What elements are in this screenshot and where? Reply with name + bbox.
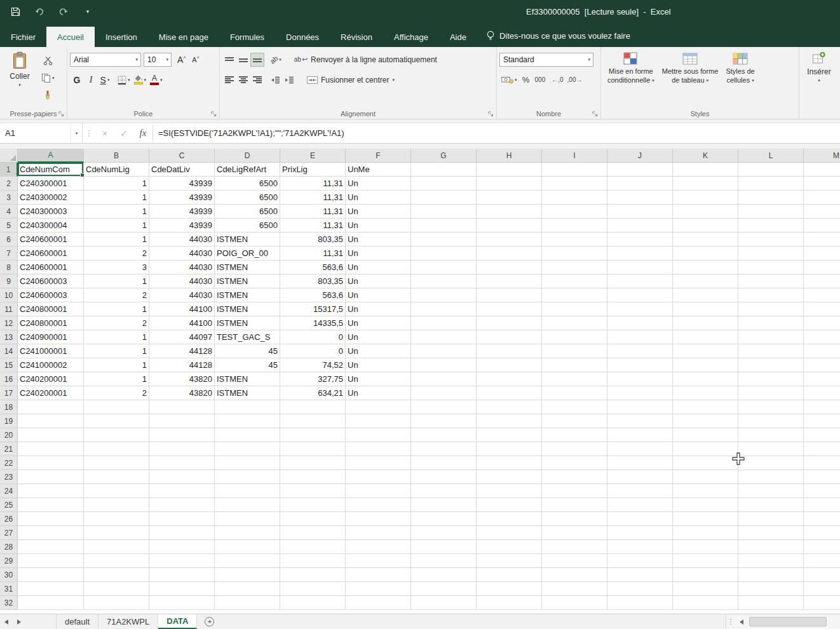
cell-L29[interactable] <box>738 554 804 568</box>
cell-H3[interactable] <box>477 191 542 205</box>
cell-L32[interactable] <box>738 596 804 610</box>
cell-C8[interactable]: 44030 <box>149 260 215 274</box>
undo-button[interactable] <box>33 4 46 18</box>
cell-G25[interactable] <box>411 498 477 512</box>
cell-H5[interactable] <box>477 219 542 233</box>
cell-J17[interactable] <box>607 386 673 400</box>
cell-E1[interactable]: PrixLig <box>280 163 346 177</box>
cell-D26[interactable] <box>215 512 280 526</box>
cell-E13[interactable]: 0 <box>280 330 346 344</box>
cell-A5[interactable]: C240300004 <box>18 219 84 233</box>
cell-L27[interactable] <box>738 526 804 540</box>
row-header-2[interactable]: 2 <box>0 177 18 191</box>
orientation-button[interactable]: ab▾ <box>268 53 283 67</box>
cell-G13[interactable] <box>411 330 477 344</box>
cell-A4[interactable]: C240300003 <box>18 205 84 219</box>
cell-L26[interactable] <box>738 512 804 526</box>
cell-K6[interactable] <box>673 233 738 247</box>
cell-B5[interactable]: 1 <box>84 219 149 233</box>
cell-B31[interactable] <box>84 582 149 596</box>
column-header-J[interactable]: J <box>607 149 673 163</box>
cell-G11[interactable] <box>411 302 477 316</box>
cell-J13[interactable] <box>607 330 673 344</box>
cell-D3[interactable]: 6500 <box>215 191 280 205</box>
cell-L24[interactable] <box>738 484 804 498</box>
cell-F29[interactable] <box>346 554 411 568</box>
cell-E19[interactable] <box>280 414 346 428</box>
cell-K1[interactable] <box>673 163 738 177</box>
cell-A30[interactable] <box>18 568 84 582</box>
cell-G29[interactable] <box>411 554 477 568</box>
cell-M32[interactable] <box>804 596 840 610</box>
cell-I15[interactable] <box>542 358 607 372</box>
cell-D5[interactable]: 6500 <box>215 219 280 233</box>
cell-K2[interactable] <box>673 177 738 191</box>
ribbon-tab-aide[interactable]: Aide <box>439 27 477 47</box>
cell-I4[interactable] <box>542 205 607 219</box>
cell-E23[interactable] <box>280 470 346 484</box>
column-header-C[interactable]: C <box>149 149 215 163</box>
row-header-19[interactable]: 19 <box>0 414 18 428</box>
tell-me-box[interactable]: Dites-nous ce que vous voulez faire <box>486 30 630 41</box>
comma-style-button[interactable]: 000 <box>533 73 548 87</box>
cell-C30[interactable] <box>149 568 215 582</box>
cell-L7[interactable] <box>738 247 804 260</box>
cell-E4[interactable]: 11,31 <box>280 205 346 219</box>
cell-B16[interactable]: 1 <box>84 372 149 386</box>
row-header-23[interactable]: 23 <box>0 470 18 484</box>
cell-E30[interactable] <box>280 568 346 582</box>
cell-G5[interactable] <box>411 219 477 233</box>
cell-A15[interactable]: C241000002 <box>18 358 84 372</box>
cell-G4[interactable] <box>411 205 477 219</box>
row-header-12[interactable]: 12 <box>0 316 18 330</box>
column-header-D[interactable]: D <box>215 149 280 163</box>
cell-D23[interactable] <box>215 470 280 484</box>
cell-B9[interactable]: 1 <box>84 274 149 288</box>
cell-J31[interactable] <box>607 582 673 596</box>
cell-A24[interactable] <box>18 484 84 498</box>
cell-L11[interactable] <box>738 302 804 316</box>
cell-G9[interactable] <box>411 274 477 288</box>
cell-A11[interactable]: C240800001 <box>18 302 84 316</box>
shrink-font-button[interactable]: A˅ <box>189 53 203 67</box>
delete-cells-button[interactable]: Su <box>836 50 840 76</box>
cell-J20[interactable] <box>607 428 673 442</box>
cell-K25[interactable] <box>673 498 738 512</box>
cell-F25[interactable] <box>346 498 411 512</box>
cell-M28[interactable] <box>804 540 840 554</box>
cell-B27[interactable] <box>84 526 149 540</box>
cell-A3[interactable]: C240300002 <box>18 191 84 205</box>
cell-E12[interactable]: 14335,5 <box>280 316 346 330</box>
increase-indent-button[interactable] <box>282 73 296 87</box>
cell-M8[interactable] <box>804 260 840 274</box>
cell-M24[interactable] <box>804 484 840 498</box>
cell-B25[interactable] <box>84 498 149 512</box>
cell-D14[interactable]: 45 <box>215 344 280 358</box>
cell-E20[interactable] <box>280 428 346 442</box>
cell-M18[interactable] <box>804 400 840 414</box>
cell-M31[interactable] <box>804 582 840 596</box>
cell-J11[interactable] <box>607 302 673 316</box>
cell-D27[interactable] <box>215 526 280 540</box>
cell-H24[interactable] <box>477 484 542 498</box>
cell-A10[interactable]: C240600003 <box>18 288 84 302</box>
cell-G19[interactable] <box>411 414 477 428</box>
cell-G20[interactable] <box>411 428 477 442</box>
row-header-5[interactable]: 5 <box>0 219 18 233</box>
cell-H21[interactable] <box>477 442 542 456</box>
align-left-button[interactable] <box>222 73 236 87</box>
cell-J12[interactable] <box>607 316 673 330</box>
cell-I14[interactable] <box>542 344 607 358</box>
scrollbar-thumb[interactable] <box>749 617 827 626</box>
align-center-button[interactable] <box>236 73 250 87</box>
cell-B12[interactable]: 2 <box>84 316 149 330</box>
cell-E3[interactable]: 11,31 <box>280 191 346 205</box>
cell-M23[interactable] <box>804 470 840 484</box>
cell-M22[interactable] <box>804 456 840 470</box>
cell-A2[interactable]: C240300001 <box>18 177 84 191</box>
number-dialog-launcher[interactable] <box>592 111 599 118</box>
cell-J2[interactable] <box>607 177 673 191</box>
cell-I20[interactable] <box>542 428 607 442</box>
cell-A31[interactable] <box>18 582 84 596</box>
cell-B26[interactable] <box>84 512 149 526</box>
